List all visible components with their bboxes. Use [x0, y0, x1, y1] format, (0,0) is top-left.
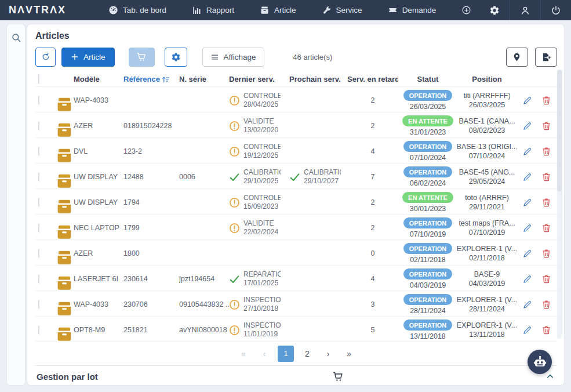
- service-date: 17/01/2025: [243, 279, 281, 288]
- col-next-service[interactable]: Prochain serv.: [289, 75, 347, 84]
- position-name: EXPLORER-1 (V...: [457, 244, 517, 253]
- box-icon: [260, 5, 270, 15]
- service-cell: CONTROLE19/12/2025: [229, 143, 289, 160]
- row-checkbox[interactable]: [38, 325, 39, 335]
- row-checkbox[interactable]: [38, 300, 39, 309]
- cell-model: NEC LAPTOP: [74, 224, 123, 232]
- position-date: 29/11/2021: [469, 202, 505, 212]
- refresh-button[interactable]: [35, 48, 56, 67]
- edit-pencil-icon[interactable]: [522, 300, 532, 310]
- page-2[interactable]: 2: [300, 346, 315, 361]
- page-1[interactable]: 1: [278, 346, 294, 362]
- nav-account-button[interactable]: [510, 0, 540, 20]
- gauge-icon: [108, 5, 118, 15]
- page-next[interactable]: ›: [321, 346, 336, 361]
- col-position[interactable]: Position: [457, 75, 517, 84]
- delete-trash-icon[interactable]: [541, 325, 551, 335]
- delete-trash-icon[interactable]: [541, 198, 551, 208]
- page-first[interactable]: «: [236, 346, 251, 361]
- table-row: WAP-4033CONTROLE28/04/20252OPERATION26/0…: [35, 86, 557, 112]
- table-row: WAP-403323070609105443832 ...INSPECTION2…: [35, 291, 557, 316]
- edit-pencil-icon[interactable]: [522, 198, 532, 208]
- sort-ascending-icon: [162, 75, 170, 84]
- row-checkbox[interactable]: [38, 96, 39, 105]
- delete-trash-icon[interactable]: [541, 223, 551, 233]
- collapse-chevron-up-icon[interactable]: [545, 372, 555, 381]
- search-icon[interactable]: [11, 32, 21, 43]
- cell-position: BASE-904/03/2019: [457, 270, 517, 288]
- edit-pencil-icon[interactable]: [522, 325, 532, 335]
- row-checkbox[interactable]: [38, 172, 39, 182]
- page-prev[interactable]: ‹: [257, 346, 272, 361]
- scrollbar-thumb[interactable]: [557, 70, 562, 191]
- nav-item-article[interactable]: Article: [260, 5, 296, 15]
- page-last[interactable]: »: [341, 346, 357, 361]
- col-overdue[interactable]: Serv. en retard: [347, 75, 398, 84]
- table-settings-button[interactable]: [165, 48, 187, 67]
- chatbot-fab[interactable]: [528, 350, 552, 374]
- status-badge: OPERATION: [403, 141, 453, 152]
- workspace: Articles Article Affichage 46 article(s): [0, 20, 571, 385]
- edit-pencil-icon[interactable]: [522, 223, 532, 233]
- row-actions: [517, 147, 557, 157]
- delete-trash-icon[interactable]: [541, 300, 551, 310]
- article-box-icon: [55, 299, 74, 318]
- row-checkbox[interactable]: [38, 223, 39, 233]
- edit-pencil-icon[interactable]: [522, 96, 532, 106]
- nav-menu: Tab. de bordRapportArticleServiceDemande: [108, 5, 471, 15]
- delete-trash-icon[interactable]: [541, 274, 551, 284]
- nav-settings-button[interactable]: [479, 0, 510, 20]
- col-reference[interactable]: Référence: [123, 75, 179, 84]
- nav-item-add[interactable]: [461, 5, 471, 15]
- nav-item-label: Rapport: [206, 6, 234, 14]
- article-box-icon: [55, 325, 74, 343]
- service-cell: CALIBRATION29/10/2025: [229, 168, 289, 186]
- delete-trash-icon[interactable]: [541, 96, 551, 106]
- delete-trash-icon[interactable]: [541, 249, 551, 259]
- edit-pencil-icon[interactable]: [522, 274, 532, 284]
- col-last-service[interactable]: Dernier serv.: [229, 75, 289, 84]
- col-status[interactable]: Statut: [398, 75, 457, 84]
- table-scrollbar[interactable]: [557, 70, 562, 339]
- display-button[interactable]: Affichage: [202, 48, 264, 67]
- status-date: 26/03/2025: [410, 103, 446, 111]
- nav-item-service[interactable]: Service: [322, 5, 362, 15]
- col-model[interactable]: Modèle: [74, 75, 123, 84]
- user-icon: [520, 5, 530, 16]
- position-date: 13/11/2018: [469, 330, 505, 339]
- table-row: AZER18000OPERATION02/11/2018EXPLORER-1 (…: [35, 239, 557, 265]
- cart-button-disabled[interactable]: [129, 48, 155, 67]
- map-button[interactable]: [506, 48, 528, 67]
- row-checkbox[interactable]: [38, 249, 39, 258]
- edit-pencil-icon[interactable]: [522, 249, 532, 259]
- articles-panel: Articles Article Affichage 46 article(s): [27, 24, 564, 385]
- status-badge: OPERATION: [403, 243, 453, 254]
- row-checkbox[interactable]: [38, 274, 39, 284]
- cell-position: test maps (FRA...07/10/2019: [457, 219, 517, 237]
- edit-pencil-icon[interactable]: [522, 147, 532, 157]
- edit-pencil-icon[interactable]: [522, 121, 532, 131]
- col-serial[interactable]: N. série: [179, 75, 229, 84]
- nav-logout-button[interactable]: [540, 0, 571, 20]
- row-checkbox[interactable]: [38, 121, 39, 130]
- add-article-button[interactable]: Article: [61, 48, 115, 67]
- select-all-checkbox[interactable]: [38, 74, 39, 84]
- status-badge: OPERATION: [403, 166, 453, 177]
- edit-pencil-icon[interactable]: [522, 172, 532, 182]
- cell-model: WAP-4033: [74, 300, 123, 308]
- export-button[interactable]: [535, 48, 557, 67]
- article-box-icon: [55, 223, 74, 241]
- cell-model: UW DISPLAY: [74, 198, 123, 206]
- row-checkbox[interactable]: [38, 198, 39, 207]
- delete-trash-icon[interactable]: [541, 121, 551, 131]
- export-icon: [541, 52, 551, 62]
- delete-trash-icon[interactable]: [541, 147, 551, 157]
- delete-trash-icon[interactable]: [541, 172, 551, 182]
- batch-cart-icon[interactable]: [332, 371, 344, 382]
- row-checkbox[interactable]: [38, 147, 39, 156]
- nav-item-demande[interactable]: Demande: [388, 5, 437, 15]
- nav-item-dashboard[interactable]: Tab. de bord: [108, 5, 166, 15]
- status-date: 07/10/2024: [410, 154, 446, 162]
- nav-item-rapport[interactable]: Rapport: [192, 5, 234, 15]
- status-badge: OPERATION: [403, 268, 453, 280]
